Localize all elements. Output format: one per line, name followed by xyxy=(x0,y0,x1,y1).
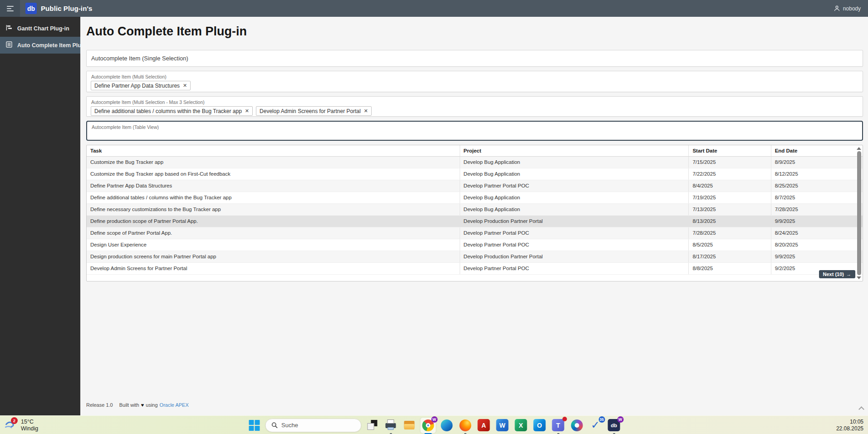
taskbar-button-outlook[interactable]: O xyxy=(532,418,547,433)
weather-temperature: 15°C xyxy=(21,419,38,425)
list-icon xyxy=(5,41,13,49)
table-row[interactable]: Design production screens for main Partn… xyxy=(87,251,863,263)
table-cell: 8/12/2025 xyxy=(771,168,855,180)
chip[interactable]: Define Partner App Data Structures ✕ xyxy=(91,81,191,90)
table-row[interactable]: Design User ExperienceDevelop Partner Po… xyxy=(87,239,863,251)
autocomplete-single-field[interactable] xyxy=(86,50,863,67)
table-cell: 7/28/2025 xyxy=(771,204,855,215)
app-logo[interactable]: db xyxy=(25,3,37,14)
scrollbar-thumb[interactable] xyxy=(857,151,861,275)
table-cell: Define production scope of Partner Porta… xyxy=(87,216,460,227)
chip-label: Define additional tables / columns withi… xyxy=(94,108,242,114)
table-cell: Develop Production Partner Portal xyxy=(460,216,689,227)
taskbar-button-printer[interactable] xyxy=(383,418,398,433)
table-cell: 8/7/2025 xyxy=(771,192,855,203)
taskbar-button-acrobat[interactable]: A xyxy=(476,418,491,433)
taskbar-button-db-plugin-app[interactable]: dbW xyxy=(606,418,622,433)
chip-remove-icon[interactable]: ✕ xyxy=(245,108,249,114)
hamburger-icon xyxy=(7,6,14,11)
taskbar-button-excel[interactable]: X xyxy=(513,418,529,433)
menu-toggle-button[interactable] xyxy=(0,0,20,17)
autocomplete-tableview-field[interactable]: Autocomplete Item (Table View) xyxy=(86,121,863,141)
results-scrollbar[interactable] xyxy=(856,146,862,280)
taskbar-search[interactable] xyxy=(265,419,361,432)
table-cell: 8/9/2025 xyxy=(771,157,855,168)
taskbar-button-copilot[interactable] xyxy=(569,418,584,433)
gantt-icon xyxy=(5,24,13,33)
weather-condition: Windig xyxy=(21,425,38,432)
clock-time: 10:05 xyxy=(850,419,863,425)
table-row[interactable]: Define necessary customizations to the B… xyxy=(87,204,863,216)
firefox-icon xyxy=(459,419,471,431)
release-label: Release 1.0 xyxy=(86,402,113,408)
chip[interactable]: Develop Admin Screens for Partner Portal… xyxy=(256,106,372,116)
scroll-down-icon[interactable] xyxy=(857,276,861,279)
outlook-icon: O xyxy=(534,419,546,431)
table-row[interactable]: Define scope of Partner Portal App.Devel… xyxy=(87,227,863,239)
copilot-icon xyxy=(571,419,583,431)
table-cell: Define additional tables / columns withi… xyxy=(87,192,460,203)
table-cell: Customize the Bug Tracker app xyxy=(87,157,460,168)
file-explorer-icon xyxy=(403,419,416,431)
taskbar-clock[interactable]: 10:05 22.08.2025 xyxy=(836,416,863,434)
taskbar-button-firefox[interactable] xyxy=(457,418,473,433)
table-row[interactable]: Define production scope of Partner Porta… xyxy=(87,216,863,227)
autocomplete-multi-field[interactable]: Autocomplete Item (Multi Selection) Defi… xyxy=(86,71,863,92)
table-cell: 7/22/2025 xyxy=(688,168,770,180)
taskbar-button-word[interactable]: W xyxy=(495,418,510,433)
taskbar-button-edge[interactable] xyxy=(439,418,454,433)
sidebar: Gantt Chart Plug-inAuto Complete Item Pl… xyxy=(0,17,80,415)
table-cell: 7/28/2025 xyxy=(688,227,770,239)
next-page-button[interactable]: Next (10) → xyxy=(819,270,855,278)
chip-remove-icon[interactable]: ✕ xyxy=(183,83,187,89)
field-label: Autocomplete Item (Multi Selection) xyxy=(87,71,863,80)
column-header-project: Project xyxy=(460,145,689,156)
autocomplete-multi-max3-field[interactable]: Autocomplete Item (Multi Selection - Max… xyxy=(86,96,863,117)
notification-dot xyxy=(562,417,567,421)
taskbar-button-file-explorer[interactable] xyxy=(402,418,417,433)
table-cell: Define necessary customizations to the B… xyxy=(87,204,460,215)
table-cell: Develop Admin Screens for Partner Portal xyxy=(87,263,460,274)
table-cell: Develop Bug Application xyxy=(460,157,689,168)
chip-remove-icon[interactable]: ✕ xyxy=(364,108,368,114)
teams-icon: T xyxy=(552,419,564,431)
taskbar-button-task-switcher[interactable] xyxy=(364,418,380,433)
table-cell: 8/5/2025 xyxy=(688,239,770,251)
using-label: using xyxy=(146,402,157,408)
column-header-start-date: Start Date xyxy=(688,145,770,156)
oracle-apex-link[interactable]: Oracle APEX xyxy=(160,402,189,408)
table-row[interactable]: Define additional tables / columns withi… xyxy=(87,192,863,204)
table-cell: 9/9/2025 xyxy=(771,216,855,227)
taskbar-button-teams[interactable]: T xyxy=(550,418,566,433)
tableview-input[interactable] xyxy=(87,131,862,138)
sidebar-item-gantt-chart-plugin[interactable]: Gantt Chart Plug-in xyxy=(0,20,80,37)
screen: { "colors": { "header_bg": "#4d5862", "h… xyxy=(0,0,868,434)
app-title: Public Plug-in's xyxy=(41,5,93,12)
user-menu[interactable]: nobody xyxy=(834,5,861,12)
start-button[interactable] xyxy=(246,418,262,433)
column-header-end-date: End Date xyxy=(771,145,855,156)
single-selection-input[interactable] xyxy=(87,55,863,62)
table-cell: Design User Experience xyxy=(87,239,460,251)
search-input[interactable] xyxy=(281,422,349,429)
scroll-top-icon[interactable] xyxy=(858,406,864,412)
scroll-up-icon[interactable] xyxy=(857,147,861,150)
table-cell: Develop Bug Application xyxy=(460,204,689,215)
sidebar-item-auto-complete-item-plugin[interactable]: Auto Complete Item Plu... xyxy=(0,37,80,54)
search-icon xyxy=(271,422,278,429)
taskbar-button-chrome[interactable]: W xyxy=(420,418,436,433)
field-label: Autocomplete Item (Multi Selection - Max… xyxy=(87,97,863,105)
table-cell: Develop Bug Application xyxy=(460,168,689,180)
table-row[interactable]: Customize the Bug Tracker app based on F… xyxy=(87,168,863,180)
taskbar-button-todo[interactable]: ✓35 xyxy=(588,418,603,433)
chip-list: Define additional tables / columns withi… xyxy=(87,105,863,116)
table-row[interactable]: Develop Admin Screens for Partner Portal… xyxy=(87,263,863,275)
chip[interactable]: Define additional tables / columns withi… xyxy=(91,106,253,116)
table-cell: 7/15/2025 xyxy=(688,157,770,168)
weather-widget[interactable]: 2 15°C Windig xyxy=(5,416,38,434)
table-row[interactable]: Define Partner App Data StructuresDevelo… xyxy=(87,180,863,192)
table-cell: 7/13/2025 xyxy=(688,204,770,215)
weather-text: 15°C Windig xyxy=(21,419,38,432)
notification-badge: W xyxy=(431,416,437,423)
table-row[interactable]: Customize the Bug Tracker appDevelop Bug… xyxy=(87,157,863,168)
